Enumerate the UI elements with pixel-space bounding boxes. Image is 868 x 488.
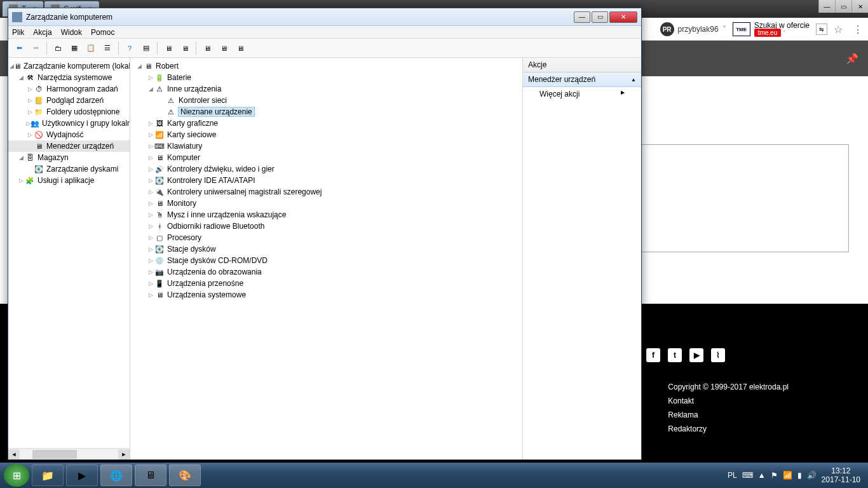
tree-item[interactable]: ▷🚫Wydajność — [8, 129, 130, 140]
tree-item[interactable]: 💽Zarządzanie dyskami — [8, 163, 130, 175]
expand-icon[interactable]: ▷ — [147, 166, 154, 172]
collapse-icon[interactable]: ▲ — [631, 77, 636, 83]
menu-help[interactable]: Pomoc — [91, 28, 114, 37]
refresh-button[interactable]: ▤ — [139, 41, 153, 55]
device-category[interactable]: ▷💽Stacje dysków — [135, 243, 522, 255]
device-category[interactable]: ▷⌨Klawiatury — [135, 140, 522, 152]
device-category[interactable]: ▷💿Stacje dysków CD-ROM/DVD — [135, 255, 522, 266]
expand-icon[interactable]: ▷ — [26, 132, 34, 138]
taskbar-mmc[interactable]: 🖥 — [135, 464, 166, 486]
expand-icon[interactable]: ▷ — [147, 212, 154, 218]
expand-icon[interactable]: ▷ — [17, 177, 25, 184]
tree-root[interactable]: ◢🖥Zarządzanie komputerem (lokalne) — [8, 60, 130, 72]
volume-icon[interactable]: 🔊 — [807, 471, 817, 480]
facebook-icon[interactable]: f — [646, 348, 660, 362]
expand-icon[interactable]: ▷ — [147, 154, 154, 161]
export-list-button[interactable]: 📋 — [84, 41, 98, 55]
expand-icon[interactable]: ▷ — [147, 223, 154, 229]
up-button[interactable]: 🗀 — [51, 41, 65, 55]
expand-icon[interactable]: ▷ — [147, 74, 154, 81]
translate-icon[interactable]: ⇋ — [816, 24, 827, 35]
tree-item[interactable]: ▷📒Podgląd zdarzeń — [8, 95, 130, 106]
device-category[interactable]: ▷🔊Kontrolery dźwięku, wideo i gier — [135, 163, 522, 175]
expand-icon[interactable]: ▷ — [26, 86, 34, 92]
horizontal-scrollbar[interactable]: ◄ ► — [8, 448, 130, 459]
device-category[interactable]: ▷💽Kontrolery IDE ATA/ATAPI — [135, 175, 522, 186]
expand-icon[interactable]: ▷ — [147, 177, 154, 184]
minimize-button[interactable]: — — [818, 0, 835, 13]
tree-services[interactable]: ▷🧩Usługi i aplikacje — [8, 175, 130, 186]
device-category[interactable]: ▷🖥Komputer — [135, 152, 522, 163]
scan-hardware-button[interactable]: 🖥 — [161, 41, 175, 55]
expand-icon[interactable]: ▷ — [147, 120, 154, 126]
taskbar-explorer[interactable]: 📁 — [32, 464, 64, 486]
help-button[interactable]: ? — [123, 41, 137, 55]
bookmark-star-icon[interactable]: ☆ — [834, 24, 843, 36]
forward-button[interactable]: ➡ — [29, 41, 43, 55]
device-category[interactable]: ▷🔌Kontrolery uniwersalnej magistrali sze… — [135, 186, 522, 198]
device-category[interactable]: ▷🖥Monitory — [135, 198, 522, 209]
tree-item[interactable]: ▷👥Użytkownicy i grupy lokalne — [8, 118, 130, 129]
tray-chevron-icon[interactable]: ▲ — [758, 471, 766, 480]
scroll-left-icon[interactable]: ◄ — [8, 449, 20, 459]
device-category[interactable]: ▷▢Procesory — [135, 232, 522, 243]
tree-device-manager[interactable]: 🖥Menedżer urządzeń — [8, 140, 130, 152]
maximize-button[interactable]: ▭ — [592, 11, 608, 23]
minimize-button[interactable]: — — [574, 11, 590, 23]
action-center-icon[interactable]: ⚑ — [771, 471, 778, 480]
expand-icon[interactable]: ▷ — [147, 292, 154, 298]
taskbar-chrome[interactable]: 🌐 — [100, 464, 132, 486]
collapse-icon[interactable]: ◢ — [135, 63, 143, 69]
tme-widget[interactable]: TME Szukaj w ofercie tme.eu ˅ — [733, 22, 810, 37]
footer-link[interactable]: Reklama — [668, 408, 789, 422]
expand-icon[interactable]: ◢ — [17, 154, 25, 161]
titlebar[interactable]: Zarządzanie komputerem — ▭ ✕ — [8, 8, 641, 26]
tree-system-tools[interactable]: ◢🛠Narzędzia systemowe — [8, 72, 130, 83]
youtube-icon[interactable]: ▶ — [689, 348, 703, 362]
device-category[interactable]: ▷📷Urządzenia do obrazowania — [135, 266, 522, 278]
device-category[interactable]: ▷📶Karty sieciowe — [135, 129, 522, 140]
expand-icon[interactable]: ▷ — [147, 200, 154, 207]
expand-icon[interactable]: ▷ — [147, 189, 154, 195]
device-category[interactable]: ▷🖥Urządzenia systemowe — [135, 289, 522, 301]
rss-icon[interactable]: ⌇ — [711, 348, 725, 362]
taskbar-media-player[interactable]: ▶ — [66, 464, 98, 486]
device-category[interactable]: ▷🖼Karty graficzne — [135, 118, 522, 129]
tree-storage[interactable]: ◢🗄Magazyn — [8, 152, 130, 163]
disable-button[interactable]: 🖥 — [233, 41, 247, 55]
actions-section[interactable]: Menedżer urządzeń▲ — [523, 72, 641, 87]
expand-icon[interactable]: ▷ — [26, 97, 34, 104]
device-category-other[interactable]: ◢⚠Inne urządzenia — [135, 83, 522, 95]
device-item[interactable]: ⚠Kontroler sieci — [135, 95, 522, 106]
system-tray[interactable]: PL ⌨ ▲ ⚑ 📶 ▮ 🔊 13:12 2017-11-10 — [728, 466, 864, 484]
taskbar-paint[interactable]: 🎨 — [169, 464, 201, 486]
expand-icon[interactable]: ▷ — [147, 132, 154, 138]
menu-action[interactable]: Akcja — [33, 28, 51, 37]
tree-item[interactable]: ▷⏱Harmonogram zadań — [8, 83, 130, 95]
tree-item[interactable]: ▷📁Foldery udostępnione — [8, 106, 130, 118]
console-tree[interactable]: ◢🖥Zarządzanie komputerem (lokalne) ◢🛠Nar… — [8, 58, 130, 459]
expand-icon[interactable]: ▷ — [147, 269, 154, 275]
update-driver-button[interactable]: 🖥 — [200, 41, 214, 55]
device-category[interactable]: ▷🔋Baterie — [135, 72, 522, 83]
scroll-thumb[interactable] — [32, 450, 77, 459]
expand-icon[interactable]: ▷ — [147, 280, 154, 287]
back-button[interactable]: ⬅ — [12, 41, 26, 55]
twitter-icon[interactable]: t — [668, 348, 682, 362]
device-button[interactable]: 🖥 — [178, 41, 192, 55]
uninstall-button[interactable]: 🖥 — [217, 41, 231, 55]
expand-icon[interactable]: ▷ — [147, 246, 154, 252]
device-category[interactable]: ▷📱Urządzenia przenośne — [135, 278, 522, 289]
clock[interactable]: 13:12 2017-11-10 — [822, 466, 860, 484]
expand-icon[interactable]: ▷ — [26, 109, 34, 115]
menu-file[interactable]: Plik — [12, 28, 24, 37]
pin-icon[interactable]: 📌 — [846, 53, 858, 65]
footer-link[interactable]: Redaktorzy — [668, 422, 789, 436]
device-item-unknown[interactable]: ⚠Nieznane urządzenie — [135, 106, 522, 118]
device-category[interactable]: ▷ᚼOdbiorniki radiowe Bluetooth — [135, 220, 522, 232]
network-icon[interactable]: 📶 — [783, 471, 792, 480]
menu-view[interactable]: Widok — [61, 28, 82, 37]
start-button[interactable]: ⊞ — [4, 464, 29, 487]
battery-icon[interactable]: ▮ — [797, 471, 802, 480]
close-button[interactable]: ✕ — [609, 11, 637, 23]
